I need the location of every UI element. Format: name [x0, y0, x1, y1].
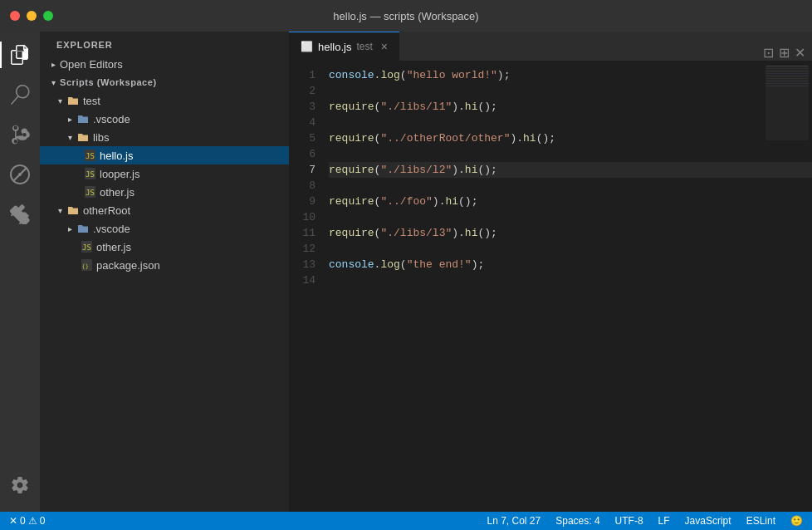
code-line-7: require("./libs/l2").hi();	[329, 162, 812, 178]
sidebar-item-scripts-workspace[interactable]: Scripts (Workspace)	[40, 73, 289, 91]
close-editor-icon[interactable]: ✕	[795, 45, 805, 61]
code-editor[interactable]: console.log("hello world!"); require("./…	[329, 61, 812, 512]
svg-text:JS: JS	[86, 170, 95, 179]
sidebar-item-hello-js[interactable]: JS hello.js	[40, 146, 289, 164]
libs-folder-icon	[76, 130, 90, 144]
other-js-test-leaf	[76, 185, 83, 199]
hello-js-label: hello.js	[100, 150, 133, 162]
other-js-test-label: other.js	[100, 186, 135, 199]
ln-14: 14	[289, 272, 316, 288]
activity-source-control[interactable]	[0, 115, 40, 155]
status-language[interactable]: JavaScript	[682, 512, 734, 530]
looper-file-icon: JS	[83, 167, 96, 180]
vscode2-folder-icon	[76, 222, 90, 235]
sidebar-item-open-editors[interactable]: Open Editors	[40, 55, 289, 73]
scripts-workspace-arrow	[46, 76, 60, 89]
status-right: Ln 7, Col 27 Spaces: 4 UTF-8 LF JavaScri…	[485, 512, 806, 530]
editor-area: ⬜ hello.js test × ⊡ ⊞ ✕ 1 2	[289, 32, 812, 512]
other-js-test-icon: JS	[83, 185, 96, 199]
ln-8: 8	[289, 178, 316, 194]
activity-extensions[interactable]	[0, 194, 40, 234]
sidebar: Explorer Open Editors Scripts (Workspace…	[40, 32, 289, 512]
tab-filename: hello.js	[318, 41, 351, 53]
linter-text: ESLint	[746, 515, 775, 527]
sidebar-item-vscode2[interactable]: .vscode	[40, 219, 289, 238]
maximize-button[interactable]	[43, 11, 53, 21]
line-col-text: Ln 7, Col 27	[487, 515, 541, 527]
package-json-leaf	[73, 258, 80, 272]
other-js-root-label: other.js	[96, 241, 131, 253]
folder-vscode-icon	[76, 112, 90, 125]
tab-label: test	[356, 41, 372, 52]
activity-debug[interactable]	[0, 155, 40, 194]
svg-text:JS: JS	[86, 152, 95, 160]
code-line-2	[329, 83, 812, 99]
code-line-3: require("./libs/l1").hi();	[329, 99, 812, 115]
ln-13: 13	[289, 257, 316, 272]
status-line-ending[interactable]: LF	[656, 512, 673, 530]
folder-icon	[66, 94, 80, 107]
vscode1-label: .vscode	[93, 113, 130, 125]
minimize-button[interactable]	[27, 11, 37, 21]
more-actions-icon[interactable]: ⊞	[779, 45, 790, 61]
ln-9: 9	[289, 194, 316, 209]
code-line-13: console.log("the end!");	[329, 257, 812, 272]
other-js-root-leaf	[73, 240, 80, 253]
sidebar-item-package-json[interactable]: {} package.json	[40, 256, 289, 274]
code-line-14	[329, 272, 812, 288]
activity-settings[interactable]	[0, 465, 40, 505]
status-spaces[interactable]: Spaces: 4	[553, 512, 602, 530]
editor-tab-hello-js[interactable]: ⬜ hello.js test ×	[289, 32, 399, 61]
traffic-lights	[10, 11, 53, 21]
hello-js-leaf	[76, 149, 83, 162]
otherroot-folder-icon	[66, 204, 80, 217]
ln-4: 4	[289, 115, 316, 130]
status-encoding[interactable]: UTF-8	[613, 512, 646, 530]
code-line-6	[329, 146, 812, 162]
ln-7: 7	[289, 162, 316, 178]
split-editor-icon[interactable]: ⊡	[763, 45, 774, 61]
activity-explorer[interactable]	[0, 35, 40, 75]
minimap-lines	[766, 66, 809, 140]
close-button[interactable]	[10, 11, 20, 21]
vscode2-arrow	[63, 222, 76, 235]
other-js-root-icon: JS	[80, 240, 93, 253]
activity-bar	[0, 32, 40, 512]
status-linter[interactable]: ESLint	[744, 512, 778, 530]
warning-count: 0	[40, 515, 46, 527]
test-arrow	[53, 94, 66, 107]
svg-text:{}: {}	[81, 263, 88, 270]
looper-js-label: looper.js	[100, 168, 139, 180]
status-errors[interactable]: ✕ 0 ⚠ 0	[7, 512, 47, 530]
open-editors-arrow	[46, 57, 60, 71]
tab-close-button[interactable]: ×	[378, 40, 391, 53]
ln-5: 5	[289, 130, 316, 146]
ln-10: 10	[289, 209, 316, 225]
status-bar: ✕ 0 ⚠ 0 Ln 7, Col 27 Spaces: 4 UTF-8 LF …	[0, 512, 812, 530]
svg-text:JS: JS	[86, 189, 95, 197]
tab-file-icon: ⬜	[301, 41, 313, 52]
status-smiley[interactable]: 🙂	[788, 512, 805, 530]
line-numbers: 1 2 3 4 5 6 7 8 9 10 11 12 13 14	[289, 61, 329, 512]
line-ending-text: LF	[658, 515, 670, 527]
sidebar-item-otherroot[interactable]: otherRoot	[40, 201, 289, 219]
sidebar-item-looper-js[interactable]: JS looper.js	[40, 164, 289, 183]
code-line-1: console.log("hello world!");	[329, 67, 812, 83]
ln-2: 2	[289, 83, 316, 99]
file-tree: Open Editors Scripts (Workspace) test	[40, 55, 289, 512]
otherroot-arrow	[53, 204, 66, 217]
code-line-4	[329, 115, 812, 130]
activity-search[interactable]	[0, 75, 40, 115]
status-line-col[interactable]: Ln 7, Col 27	[485, 512, 544, 530]
ln-3: 3	[289, 99, 316, 115]
code-line-10	[329, 209, 812, 225]
smiley-icon: 🙂	[790, 515, 803, 527]
error-icon: ✕	[9, 515, 17, 527]
sidebar-item-other-js-test[interactable]: JS other.js	[40, 183, 289, 201]
spaces-text: Spaces: 4	[555, 515, 599, 527]
sidebar-item-vscode1[interactable]: .vscode	[40, 110, 289, 128]
sidebar-item-other-js-root[interactable]: JS other.js	[40, 238, 289, 256]
otherroot-label: otherRoot	[83, 204, 130, 217]
sidebar-item-test[interactable]: test	[40, 91, 289, 110]
sidebar-item-libs[interactable]: libs	[40, 128, 289, 146]
